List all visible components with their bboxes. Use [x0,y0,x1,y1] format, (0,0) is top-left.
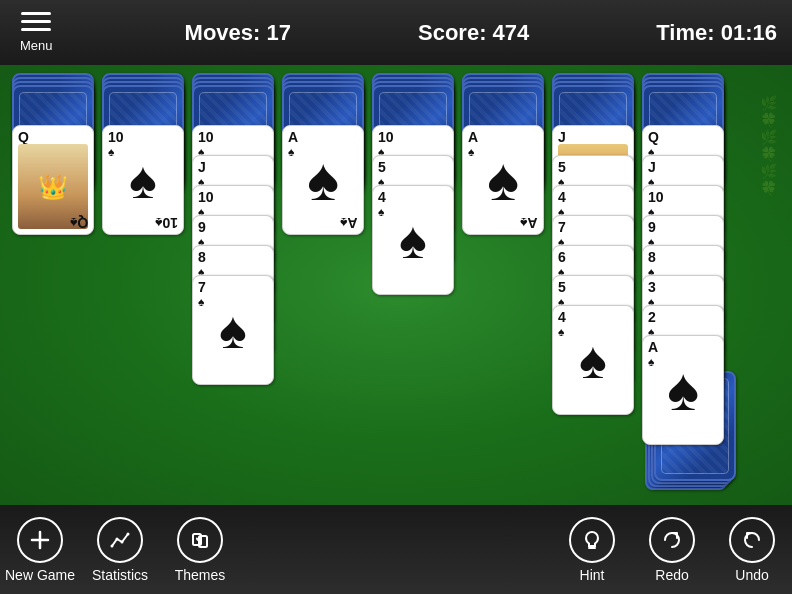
column-7: J♠ 🎖️ 5♠ ♠ 4♠ ♠ 7♠ ♠ 6♠ ♠ 5♠ ♠ 4♠ ♠ [552,73,634,125]
facedown-stack-6 [462,73,544,125]
lightbulb-icon [581,529,603,551]
column-1: Q♠ ♠ 👑 Q♠ [12,73,94,125]
heart-cards-icon [189,529,211,551]
facedown-stack-2 [102,73,184,125]
facedown-stack-8 [642,73,724,125]
facedown-stack-3 [192,73,274,125]
time-display: Time: 01:16 [656,20,777,46]
undo-arrow-icon [741,529,763,551]
themes-button[interactable]: Themes [160,517,240,583]
column-8: Q♠ ♠ J♠ ♠ 10♠ ♠ 9♠ ♠ 8♠ ♠ 3♠ ♠ 2♠ ♠ A♠ ♠ [642,73,724,125]
card-rank-br: Q♠ [70,216,88,230]
card-center: ♠ [487,150,519,210]
plus-icon [29,529,51,551]
facedown-stack-5 [372,73,454,125]
undo-button[interactable]: Undo [712,517,792,583]
game-area: Q♠ ♠ 👑 Q♠ 10♠ ♠ 10♠ [0,65,792,505]
facedown-stack-7 [552,73,634,125]
card-q-spades[interactable]: Q♠ ♠ 👑 Q♠ [12,125,94,235]
score-display: Score: 474 [418,20,529,46]
card-center: ♠ [667,360,699,420]
svg-point-2 [111,544,114,547]
menu-bar3 [21,28,51,31]
svg-point-5 [127,532,130,535]
column-2: 10♠ ♠ 10♠ [102,73,184,125]
card-center: ♠ [399,214,427,266]
card-10-spades[interactable]: 10♠ ♠ 10♠ [102,125,184,235]
statistics-icon [97,517,143,563]
facedown-stack-4 [282,73,364,125]
new-game-icon [17,517,63,563]
card-ace-6[interactable]: A♠ ♠ A♠ [462,125,544,235]
card-center: ♠ [579,334,607,386]
decorative-vine: 🌿🍀🌿🍀🌿🍀 [762,95,787,505]
card-4-7b[interactable]: 4♠ ♠ [552,305,634,415]
header: Menu Moves: 17 Score: 474 Time: 01:16 [0,0,792,65]
hint-button[interactable]: Hint [552,517,632,583]
moves-display: Moves: 17 [185,20,291,46]
footer: New Game Statistics Themes [0,505,792,594]
menu-bar2 [21,20,51,23]
redo-arrow-icon [661,529,683,551]
redo-label: Redo [655,567,688,583]
card-rank-br: A♠ [340,216,358,230]
undo-label: Undo [735,567,768,583]
card-center: ♠ [219,304,247,356]
themes-icon [177,517,223,563]
card-rank-br: A♠ [520,216,538,230]
chart-icon [109,529,131,551]
hint-label: Hint [580,567,605,583]
statistics-label: Statistics [92,567,148,583]
card-a-8[interactable]: A♠ ♠ [642,335,724,445]
redo-icon [649,517,695,563]
card-7[interactable]: 7♠ ♠ [192,275,274,385]
redo-button[interactable]: Redo [632,517,712,583]
menu-button[interactable]: Menu [15,7,58,58]
menu-label: Menu [20,38,53,53]
undo-icon [729,517,775,563]
column-3: 10♠ ♠ J♠ ♠ 10♠ ♠ 9♠ ♠ 8♠ ♠ 7♠ ♠ [192,73,274,125]
facedown-stack-1 [12,73,94,125]
card-center: ♠ [307,150,339,210]
card-ace-4[interactable]: A♠ ♠ A♠ [282,125,364,235]
column-4: A♠ ♠ A♠ [282,73,364,125]
themes-label: Themes [175,567,226,583]
svg-point-3 [116,537,119,540]
new-game-label: New Game [5,567,75,583]
statistics-button[interactable]: Statistics [80,517,160,583]
new-game-button[interactable]: New Game [0,517,80,583]
card-rank-br: 10♠ [155,216,178,230]
card-4[interactable]: 4♠ ♠ [372,185,454,295]
column-6: A♠ ♠ A♠ [462,73,544,125]
hint-icon [569,517,615,563]
menu-bar1 [21,12,51,15]
column-5: 10♠ ♠ 5♠ ♠ 4♠ ♠ [372,73,454,125]
card-suit-tl: ♠ [108,145,114,159]
svg-point-4 [121,540,124,543]
card-center: ♠ [129,154,157,206]
